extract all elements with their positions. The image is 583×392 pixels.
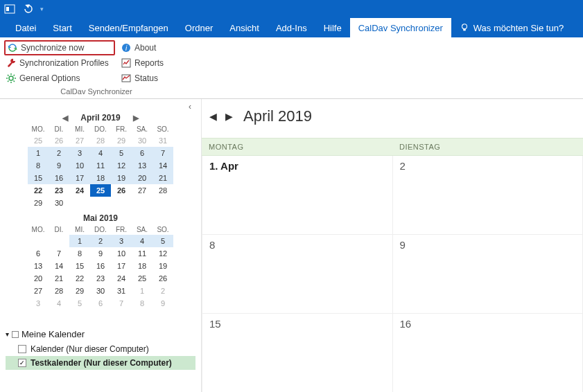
mini-cal-day[interactable]: 4 (132, 235, 153, 247)
calendar-list-item[interactable]: Kalender (Nur dieser Computer) (6, 342, 195, 356)
mini-cal-day[interactable]: 22 (69, 272, 90, 285)
mini-cal-day[interactable]: 25 (132, 272, 153, 285)
mini-cal-day[interactable]: 1 (28, 147, 49, 159)
mini-cal-day[interactable]: 6 (90, 297, 111, 310)
mini-cal-day[interactable]: 2 (90, 235, 111, 247)
prev-period-button[interactable]: ◀ (207, 111, 219, 122)
tab-caldav-synchronizer[interactable]: CalDav Synchronizer (350, 18, 451, 37)
mini-cal-day[interactable]: 7 (49, 247, 69, 260)
status-button[interactable]: Status (119, 71, 189, 86)
calendar-day-cell[interactable]: 8 (202, 235, 393, 313)
mini-cal-day[interactable]: 18 (90, 172, 111, 184)
mini-cal-day[interactable]: 24 (111, 272, 132, 285)
mini-cal-day[interactable]: 12 (111, 159, 132, 172)
mini-cal-day[interactable]: 13 (28, 260, 49, 272)
mini-cal-day[interactable]: 10 (111, 247, 132, 260)
mini-cal-day[interactable]: 7 (111, 297, 132, 310)
mini-cal-day[interactable]: 11 (90, 159, 111, 172)
mini-cal-day[interactable]: 15 (28, 172, 49, 184)
mini-cal-day[interactable]: 5 (69, 297, 90, 310)
mini-cal-day[interactable]: 24 (69, 184, 90, 197)
mini-cal-day[interactable]: 27 (69, 134, 90, 147)
mini-cal-day[interactable]: 27 (132, 184, 153, 197)
mini-cal-day[interactable]: 11 (132, 247, 153, 260)
mini-cal-day[interactable]: 21 (153, 172, 173, 184)
mini-cal-day[interactable]: 2 (49, 147, 69, 159)
mini-cal-day[interactable]: 9 (90, 247, 111, 260)
mini-cal-day[interactable]: 28 (153, 184, 173, 197)
next-period-button[interactable]: ▶ (223, 111, 235, 122)
mini-cal-day[interactable]: 29 (69, 285, 90, 297)
mini-cal-day[interactable]: 3 (28, 297, 49, 310)
mini-cal-day[interactable]: 6 (132, 147, 153, 159)
mini-cal-day[interactable]: 12 (153, 247, 173, 260)
mini-cal-day[interactable]: 19 (153, 260, 173, 272)
mini-cal-day[interactable]: 4 (49, 297, 69, 310)
mini-cal-day[interactable]: 30 (90, 285, 111, 297)
collapse-nav-icon[interactable]: ‹ (189, 102, 195, 113)
mini-cal-day[interactable]: 1 (132, 285, 153, 297)
mini-cal-day[interactable]: 5 (111, 147, 132, 159)
general-options-button[interactable]: General Options (4, 71, 115, 86)
mini-cal-day[interactable]: 16 (49, 172, 69, 184)
calendar-day-cell[interactable]: 15 (202, 314, 393, 392)
mini-cal-day[interactable]: 6 (28, 247, 49, 260)
calendar-day-cell[interactable]: 16 (393, 314, 584, 392)
mini-cal-prev[interactable]: ◀ (60, 114, 71, 123)
mini-cal-day[interactable]: 9 (153, 297, 173, 310)
mini-cal-day[interactable]: 2 (153, 285, 173, 297)
sync-profiles-button[interactable]: Synchronization Profiles (4, 55, 115, 71)
tab-ansicht[interactable]: Ansicht (221, 18, 268, 37)
mini-cal-day[interactable]: 4 (90, 147, 111, 159)
tell-me-search[interactable]: Was möchten Sie tun? (451, 18, 572, 37)
qat-customize-icon[interactable]: ▾ (40, 6, 44, 12)
section-checkbox[interactable] (12, 331, 19, 338)
mini-cal-day[interactable]: 14 (49, 260, 69, 272)
mini-cal-day[interactable]: 21 (49, 272, 69, 285)
mini-cal-day[interactable]: 3 (111, 235, 132, 247)
mini-cal-day[interactable]: 30 (49, 197, 69, 209)
about-button[interactable]: i About (119, 40, 189, 55)
mini-cal-day[interactable]: 17 (111, 260, 132, 272)
mini-cal-day[interactable]: 3 (69, 147, 90, 159)
tab-start[interactable]: Start (44, 18, 80, 37)
mini-cal-day[interactable]: 28 (90, 134, 111, 147)
mini-cal-day[interactable]: 15 (69, 260, 90, 272)
mini-cal-day[interactable]: 19 (111, 172, 132, 184)
calendar-checkbox[interactable] (18, 345, 26, 353)
mini-cal-day[interactable]: 8 (132, 297, 153, 310)
tab-senden-empfangen[interactable]: Senden/Empfangen (80, 18, 177, 37)
calendar-day-cell[interactable]: 1. Apr (202, 156, 393, 234)
mini-cal-day[interactable]: 29 (111, 134, 132, 147)
mini-cal-day[interactable]: 31 (153, 134, 173, 147)
calendar-day-cell[interactable]: 9 (393, 235, 584, 313)
mini-cal-day[interactable]: 20 (28, 272, 49, 285)
mini-cal-day[interactable]: 1 (69, 235, 90, 247)
mini-cal-day[interactable]: 8 (28, 159, 49, 172)
reports-button[interactable]: Reports (119, 55, 189, 71)
my-calendars-section[interactable]: ▾ Meine Kalender (6, 329, 195, 339)
mini-cal-next[interactable]: ▶ (130, 114, 141, 123)
mini-cal-day[interactable]: 22 (28, 184, 49, 197)
mini-cal-day[interactable]: 18 (132, 260, 153, 272)
mini-cal-day[interactable]: 23 (90, 272, 111, 285)
mini-cal-day[interactable]: 9 (49, 159, 69, 172)
mini-cal-day[interactable]: 13 (132, 159, 153, 172)
mini-cal-day[interactable]: 26 (49, 134, 69, 147)
mini-cal-day[interactable]: 29 (28, 197, 49, 209)
mini-cal-day[interactable]: 25 (28, 134, 49, 147)
mini-cal-day[interactable]: 23 (49, 184, 69, 197)
mini-cal-day[interactable]: 26 (153, 272, 173, 285)
undo-icon[interactable] (22, 3, 33, 15)
mini-cal-day[interactable]: 8 (69, 247, 90, 260)
mini-cal-day[interactable]: 26 (111, 184, 132, 197)
mini-cal-day[interactable]: 27 (28, 285, 49, 297)
mini-cal-day[interactable]: 7 (153, 147, 173, 159)
mini-cal-day[interactable]: 20 (132, 172, 153, 184)
mini-cal-day[interactable]: 14 (153, 159, 173, 172)
mini-cal-day[interactable]: 25 (90, 184, 111, 197)
synchronize-now-button[interactable]: Synchronize now (4, 40, 115, 55)
tab-hilfe[interactable]: Hilfe (315, 18, 350, 37)
calendar-day-cell[interactable]: 2 (393, 156, 584, 234)
mini-cal-day[interactable]: 16 (90, 260, 111, 272)
